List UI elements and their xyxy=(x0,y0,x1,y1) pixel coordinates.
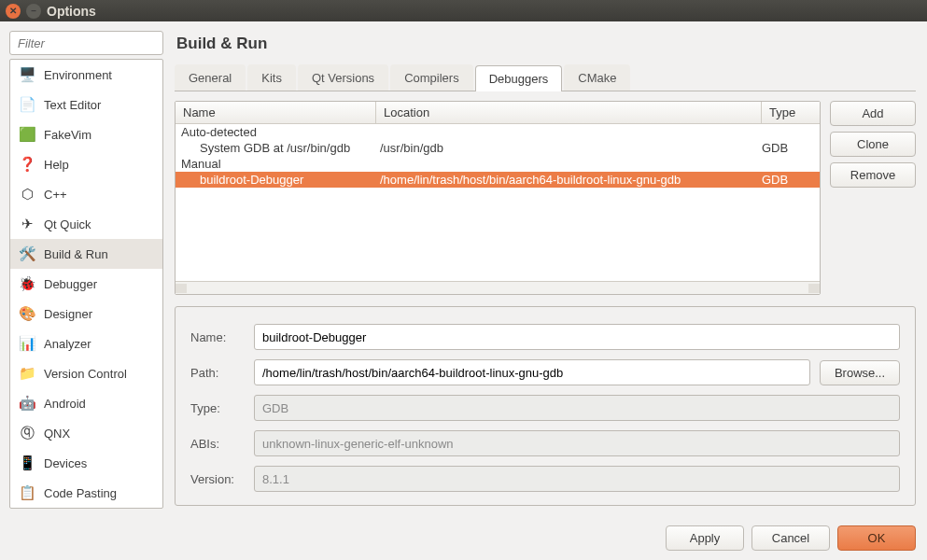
minimize-icon[interactable]: – xyxy=(26,4,41,19)
window-title: Options xyxy=(47,4,96,19)
cell-location: /home/lin/trash/host/bin/aarch64-buildro… xyxy=(380,173,762,187)
sidebar-item-label: Designer xyxy=(44,307,92,321)
tab-compilers[interactable]: Compilers xyxy=(390,64,473,91)
col-location[interactable]: Location xyxy=(376,102,762,123)
debuggers-table: Name Location Type Auto-detected System … xyxy=(175,101,821,295)
cell-type: GDB xyxy=(762,141,820,155)
sidebar-item-label: Build & Run xyxy=(44,247,108,261)
label-type: Type: xyxy=(190,401,245,415)
build-icon: 🛠️ xyxy=(18,245,36,263)
dialog-footer: Apply Cancel OK xyxy=(0,518,927,560)
main-panel: Build & Run General Kits Qt Versions Com… xyxy=(175,31,916,509)
tab-kits[interactable]: Kits xyxy=(247,64,296,91)
sidebar-item-label: C++ xyxy=(44,188,67,202)
col-type[interactable]: Type xyxy=(762,102,820,123)
remove-button[interactable]: Remove xyxy=(830,162,916,188)
label-name: Name: xyxy=(190,330,245,344)
table-row[interactable]: System GDB at /usr/bin/gdb /usr/bin/gdb … xyxy=(176,140,820,156)
type-field xyxy=(254,395,900,421)
clone-button[interactable]: Clone xyxy=(830,132,916,157)
version-field xyxy=(254,466,900,492)
cpp-icon: ⬡ xyxy=(18,185,36,203)
tab-cmake[interactable]: CMake xyxy=(564,64,630,91)
apply-button[interactable]: Apply xyxy=(666,525,744,551)
sidebar-item-analyzer[interactable]: 📊Analyzer xyxy=(10,329,162,358)
sidebar-item-qtquick[interactable]: ✈Qt Quick xyxy=(10,209,162,239)
label-version: Version: xyxy=(190,472,245,486)
sidebar-item-fakevim[interactable]: 🟩FakeVim xyxy=(10,119,162,149)
cell-name: buildroot-Debugger xyxy=(196,173,380,187)
col-name[interactable]: Name xyxy=(176,102,376,123)
sidebar-item-cpp[interactable]: ⬡C++ xyxy=(10,179,162,209)
sidebar-item-version-control[interactable]: 📁Version Control xyxy=(10,358,162,388)
tabs: General Kits Qt Versions Compilers Debug… xyxy=(175,64,916,91)
sidebar-item-label: Text Editor xyxy=(44,98,101,112)
sidebar-item-label: Analyzer xyxy=(44,337,91,351)
sidebar-item-label: Devices xyxy=(44,456,87,470)
sidebar-item-text-editor[interactable]: 📄Text Editor xyxy=(10,90,162,119)
sidebar-item-label: Environment xyxy=(44,68,112,82)
sidebar: 🖥️Environment 📄Text Editor 🟩FakeVim ❓Hel… xyxy=(9,31,163,509)
sidebar-item-designer[interactable]: 🎨Designer xyxy=(10,299,162,329)
group-label: Auto-detected xyxy=(181,125,257,139)
name-field[interactable] xyxy=(254,324,900,350)
sidebar-item-label: Help xyxy=(44,158,69,172)
browse-button[interactable]: Browse... xyxy=(820,360,900,385)
group-auto-detected[interactable]: Auto-detected xyxy=(176,124,820,140)
close-icon[interactable]: ✕ xyxy=(6,4,21,19)
palette-icon: 🎨 xyxy=(18,304,36,323)
sidebar-item-label: Code Pasting xyxy=(44,486,117,500)
phone-icon: 📱 xyxy=(18,454,36,472)
sidebar-item-label: Version Control xyxy=(44,367,127,381)
sidebar-item-code-pasting[interactable]: 📋Code Pasting xyxy=(10,478,162,508)
sidebar-item-build-run[interactable]: 🛠️Build & Run xyxy=(10,239,162,269)
sidebar-item-label: QNX xyxy=(44,427,70,441)
sidebar-item-devices[interactable]: 📱Devices xyxy=(10,448,162,478)
sidebar-item-qnx[interactable]: ⓠQNX xyxy=(10,418,162,448)
sidebar-item-help[interactable]: ❓Help xyxy=(10,149,162,179)
sidebar-item-label: Android xyxy=(44,397,86,411)
horizontal-scrollbar[interactable] xyxy=(176,281,820,294)
table-row[interactable]: buildroot-Debugger /home/lin/trash/host/… xyxy=(176,172,820,188)
abis-field xyxy=(254,430,900,456)
filter-input[interactable] xyxy=(9,31,163,55)
folder-icon: 📁 xyxy=(18,364,36,383)
qnx-icon: ⓠ xyxy=(18,424,36,442)
ok-button[interactable]: OK xyxy=(837,525,916,551)
monitor-icon: 🖥️ xyxy=(18,65,36,84)
cell-name: System GDB at /usr/bin/gdb xyxy=(196,141,380,155)
cell-type: GDB xyxy=(762,173,820,187)
bug-icon: 🐞 xyxy=(18,274,36,293)
sidebar-item-environment[interactable]: 🖥️Environment xyxy=(10,60,162,90)
android-icon: 🤖 xyxy=(18,394,36,413)
clipboard-icon: 📋 xyxy=(18,483,36,502)
help-icon: ❓ xyxy=(18,155,36,174)
chart-icon: 📊 xyxy=(18,334,36,353)
tab-debuggers[interactable]: Debuggers xyxy=(475,65,563,91)
add-button[interactable]: Add xyxy=(830,101,916,126)
plane-icon: ✈ xyxy=(18,215,36,233)
label-path: Path: xyxy=(190,366,245,380)
table-header: Name Location Type xyxy=(176,102,820,124)
sidebar-list: 🖥️Environment 📄Text Editor 🟩FakeVim ❓Hel… xyxy=(9,59,163,509)
sidebar-item-android[interactable]: 🤖Android xyxy=(10,388,162,418)
tab-qt-versions[interactable]: Qt Versions xyxy=(298,64,388,91)
debugger-details: Name: Path: Browse... Type: ABIs: xyxy=(175,306,916,506)
sidebar-item-label: Debugger xyxy=(44,277,97,291)
group-label: Manual xyxy=(181,157,221,171)
sidebar-item-debugger[interactable]: 🐞Debugger xyxy=(10,269,162,299)
group-manual[interactable]: Manual xyxy=(176,156,820,172)
label-abis: ABIs: xyxy=(190,437,245,451)
document-icon: 📄 xyxy=(18,95,36,114)
path-field[interactable] xyxy=(254,359,810,385)
fakevim-icon: 🟩 xyxy=(18,125,36,144)
cancel-button[interactable]: Cancel xyxy=(751,525,830,551)
titlebar: ✕ – Options xyxy=(0,0,927,21)
cell-location: /usr/bin/gdb xyxy=(380,141,762,155)
sidebar-item-label: Qt Quick xyxy=(44,217,91,231)
page-title: Build & Run xyxy=(176,35,916,53)
sidebar-item-label: FakeVim xyxy=(44,128,91,142)
tab-general[interactable]: General xyxy=(175,64,246,91)
